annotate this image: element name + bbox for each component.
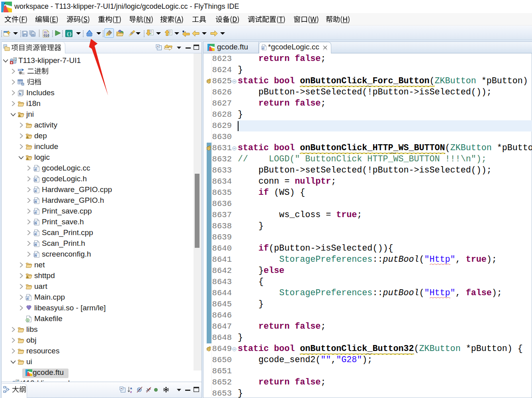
- svg-text:z: z: [130, 390, 132, 393]
- svg-text:010: 010: [43, 33, 49, 37]
- svg-text:a: a: [130, 386, 132, 390]
- svg-text:{}: {}: [66, 32, 72, 37]
